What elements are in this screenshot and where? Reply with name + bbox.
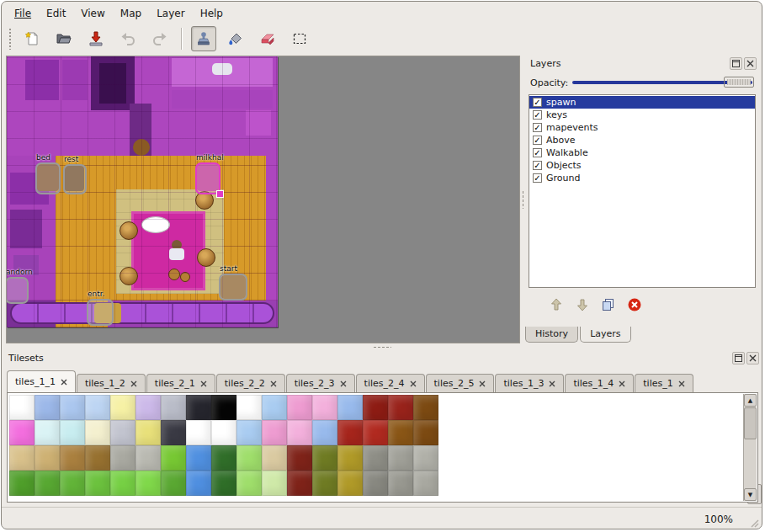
tile[interactable] (9, 471, 35, 496)
tileset-tab-tiles_1_3[interactable]: tiles_1_3 (495, 374, 564, 392)
layer-visibility-checkbox[interactable]: ✓ (533, 98, 542, 107)
tile[interactable] (262, 445, 287, 471)
close-tab-icon[interactable] (200, 380, 207, 387)
rect-select-button[interactable] (287, 26, 312, 51)
tile[interactable] (337, 445, 363, 471)
tile[interactable] (363, 445, 388, 471)
open-button[interactable] (51, 26, 77, 51)
horizontal-splitter[interactable] (5, 343, 758, 350)
close-tab-icon[interactable] (479, 380, 486, 387)
map-object-bed[interactable]: bed (35, 162, 61, 194)
tile[interactable] (287, 445, 312, 471)
tile[interactable] (262, 420, 287, 445)
tile[interactable] (135, 420, 161, 445)
undo-button[interactable] (115, 26, 141, 51)
tileset-tab-tiles_1[interactable]: tiles_1 (635, 374, 693, 392)
tile[interactable] (9, 395, 35, 420)
tile[interactable] (388, 395, 413, 420)
duplicate-layer-button[interactable] (599, 295, 618, 314)
tile[interactable] (186, 471, 211, 496)
tile[interactable] (9, 445, 35, 471)
layer-visibility-checkbox[interactable]: ✓ (533, 148, 542, 157)
tile[interactable] (236, 395, 262, 420)
float-panel-icon[interactable] (732, 352, 745, 364)
tileset-view[interactable]: ▲ ▼ (7, 392, 758, 503)
opacity-slider[interactable] (572, 76, 754, 89)
map-object-andorn[interactable]: andorn (7, 277, 29, 304)
close-tab-icon[interactable] (340, 380, 347, 387)
close-tab-icon[interactable] (130, 380, 137, 387)
tile[interactable] (287, 420, 312, 445)
tile[interactable] (262, 395, 287, 420)
menu-file[interactable]: File (7, 5, 39, 22)
tile[interactable] (161, 471, 186, 496)
tile[interactable] (161, 420, 186, 445)
close-panel-icon[interactable] (744, 57, 757, 70)
tile[interactable] (337, 471, 363, 496)
map-canvas[interactable]: bedrestmilkhalstartentr.andorn (7, 56, 278, 327)
tile[interactable] (135, 395, 161, 420)
float-panel-icon[interactable] (730, 57, 742, 70)
tile[interactable] (262, 471, 287, 496)
menu-layer[interactable]: Layer (149, 5, 192, 22)
layer-row-above[interactable]: ✓Above (529, 134, 755, 146)
stamp-brush-button[interactable] (191, 26, 216, 51)
tile[interactable] (236, 471, 262, 496)
map-object-rest[interactable]: rest (63, 164, 87, 194)
tile[interactable] (413, 471, 438, 496)
layer-visibility-checkbox[interactable]: ✓ (533, 173, 542, 183)
tile[interactable] (85, 420, 110, 445)
menu-help[interactable]: Help (193, 5, 231, 22)
scroll-down-icon[interactable]: ▼ (744, 488, 757, 501)
tile[interactable] (337, 395, 363, 420)
layer-visibility-checkbox[interactable]: ✓ (533, 136, 542, 145)
tileset-scrollbar[interactable]: ▲ ▼ (743, 394, 757, 501)
layer-row-keys[interactable]: ✓keys (529, 109, 755, 121)
tile[interactable] (236, 420, 262, 445)
tile[interactable] (35, 395, 60, 420)
tile[interactable] (287, 471, 312, 496)
tileset-tab-tiles_1_2[interactable]: tiles_1_2 (77, 374, 146, 392)
tile[interactable] (110, 395, 135, 420)
tile[interactable] (85, 395, 110, 420)
tileset-tab-tiles_2_1[interactable]: tiles_2_1 (146, 374, 215, 392)
tile[interactable] (211, 445, 236, 471)
toolbar-drag-handle[interactable] (8, 28, 13, 50)
close-panel-icon[interactable] (746, 352, 759, 364)
close-tab-icon[interactable] (61, 379, 67, 386)
tile[interactable] (161, 445, 186, 471)
tile[interactable] (60, 445, 85, 471)
tileset-tab-tiles_1_1[interactable]: tiles_1_1 (7, 370, 76, 392)
lower-layer-button[interactable] (573, 295, 592, 314)
tile[interactable] (110, 445, 135, 471)
tile[interactable] (85, 445, 110, 471)
tile[interactable] (35, 445, 60, 471)
tile[interactable] (363, 395, 388, 420)
eraser-button[interactable] (255, 26, 280, 51)
map-object-entr[interactable]: entr. (87, 299, 114, 326)
bucket-fill-button[interactable] (223, 26, 248, 51)
tile[interactable] (35, 420, 60, 445)
tile[interactable] (413, 420, 438, 445)
tile[interactable] (60, 471, 85, 496)
redo-button[interactable] (147, 26, 173, 51)
layer-visibility-checkbox[interactable]: ✓ (533, 110, 542, 120)
close-tab-icon[interactable] (619, 380, 625, 387)
scroll-up-icon[interactable]: ▲ (744, 394, 757, 407)
tile[interactable] (35, 471, 60, 496)
tile[interactable] (413, 445, 438, 471)
tile[interactable] (161, 395, 186, 420)
tile[interactable] (388, 420, 413, 445)
tile[interactable] (211, 471, 236, 496)
resize-grip-icon[interactable] (748, 517, 759, 528)
tile[interactable] (135, 471, 161, 496)
close-tab-icon[interactable] (410, 380, 417, 387)
tile[interactable] (363, 471, 388, 496)
tile[interactable] (312, 471, 337, 496)
new-button[interactable] (19, 26, 45, 51)
map-object-start[interactable]: start (219, 274, 247, 301)
tile[interactable] (85, 471, 110, 496)
delete-layer-button[interactable] (625, 295, 644, 314)
layer-visibility-checkbox[interactable]: ✓ (533, 123, 542, 132)
tile[interactable] (186, 445, 211, 471)
